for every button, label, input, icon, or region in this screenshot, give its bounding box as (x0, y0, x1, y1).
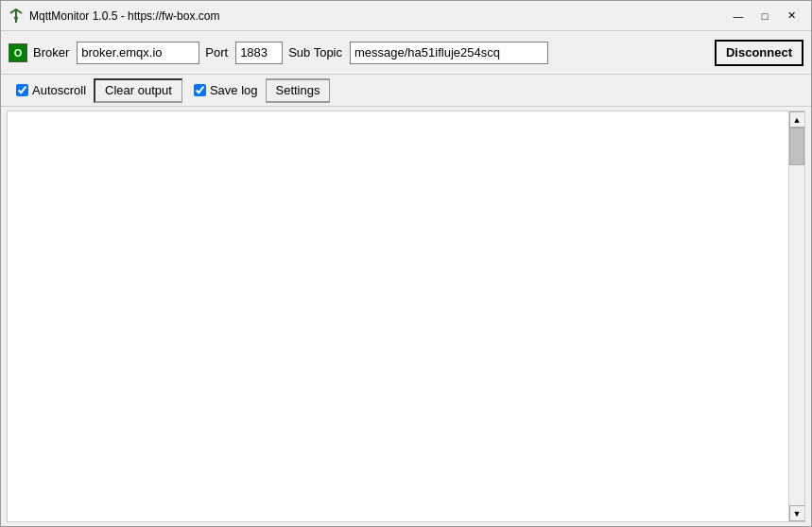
app-icon (9, 8, 24, 24)
port-label: Port (205, 45, 228, 60)
output-area[interactable] (8, 111, 788, 521)
close-button[interactable]: ✕ (779, 7, 803, 26)
maximize-button[interactable]: □ (752, 7, 777, 26)
window-title: MqttMonitor 1.0.5 - https://fw-box.com (29, 9, 726, 23)
subtopic-label: Sub Topic (288, 45, 342, 60)
save-log-checkbox[interactable] (194, 84, 206, 96)
action-bar: Autoscroll Clear output Save log Setting… (1, 75, 811, 107)
connection-toolbar: O Broker Port Sub Topic Disconnect (1, 31, 811, 75)
save-log-label[interactable]: Save log (186, 81, 266, 99)
scroll-down-arrow[interactable]: ▼ (789, 505, 805, 521)
clear-output-button[interactable]: Clear output (94, 78, 182, 103)
output-container: ▲ ▼ (7, 110, 805, 522)
window-controls: — □ ✕ (726, 7, 803, 26)
svg-point-0 (14, 16, 18, 20)
title-bar: MqttMonitor 1.0.5 - https://fw-box.com —… (1, 1, 811, 31)
scrollbar-thumb-area (789, 128, 804, 505)
scrollbar: ▲ ▼ (788, 111, 804, 521)
main-window: MqttMonitor 1.0.5 - https://fw-box.com —… (0, 0, 812, 527)
connection-status-indicator: O (9, 43, 27, 62)
broker-input[interactable] (77, 42, 199, 64)
scroll-up-arrow[interactable]: ▲ (789, 111, 805, 128)
subtopic-input[interactable] (350, 42, 548, 64)
broker-label: Broker (33, 45, 69, 60)
minimize-button[interactable]: — (726, 7, 751, 26)
disconnect-button[interactable]: Disconnect (715, 40, 803, 66)
autoscroll-label[interactable]: Autoscroll (9, 81, 94, 99)
port-input[interactable] (235, 42, 283, 64)
scrollbar-thumb[interactable] (789, 128, 804, 165)
settings-button[interactable]: Settings (266, 78, 331, 103)
autoscroll-checkbox[interactable] (16, 84, 28, 96)
